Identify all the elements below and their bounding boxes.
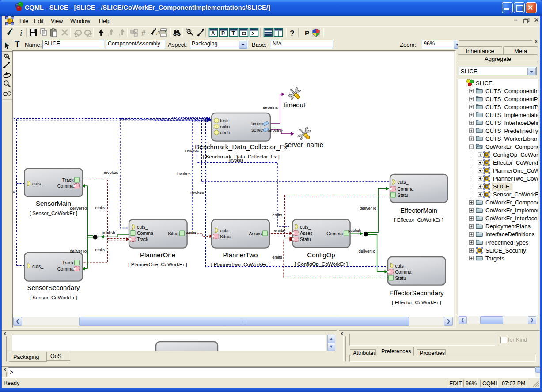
svg-text:T: T <box>232 30 235 37</box>
svg-text:SLICE: SLICE <box>493 183 510 190</box>
svg-text:Comma: Comma <box>398 186 414 192</box>
svg-text:timeout: timeout <box>284 101 306 109</box>
svg-text:testi: testi <box>220 118 228 123</box>
svg-text:CoWorkEr_InterfaceDefinitions: CoWorkEr_InterfaceDefinitions <box>485 215 538 222</box>
svg-text:EffectorMain: EffectorMain <box>400 207 437 214</box>
svg-text:Track: Track <box>137 237 149 242</box>
svg-text:Benchmark_Data_Collector_Ex: Benchmark_Data_Collector_Ex <box>195 143 288 151</box>
svg-text:cuts_: cuts_ <box>137 224 148 230</box>
svg-text:emits: emits <box>95 205 105 210</box>
svg-text:CUTS_PredefinedTypes: CUTS_PredefinedTypes <box>485 128 538 134</box>
svg-text:deliverTo: deliverTo <box>358 249 375 253</box>
svg-text:Comma: Comma <box>137 230 153 236</box>
svg-text:CoWorkEr_ComponentImplementati: CoWorkEr_ComponentImplementations <box>485 143 538 150</box>
svg-text:Statu: Statu <box>300 237 311 242</box>
svg-text:emits: emits <box>272 255 282 260</box>
svg-text:CUTS_ComponentPackages: CUTS_ComponentPackages <box>485 96 538 102</box>
svg-text:[ Sensor_CoWorkEr ]: [ Sensor_CoWorkEr ] <box>30 211 77 216</box>
svg-text:1: 1 <box>118 33 121 37</box>
svg-text:Track: Track <box>62 260 74 265</box>
svg-text:?: ? <box>290 29 294 38</box>
svg-text:Targets: Targets <box>485 255 504 262</box>
svg-text:invokes: invokes <box>176 171 190 176</box>
svg-text:ConfigOp: ConfigOp <box>307 251 335 259</box>
svg-text:emits: emits <box>272 212 282 217</box>
svg-text:Statu: Statu <box>395 275 406 281</box>
svg-text:PredefinedTypes: PredefinedTypes <box>485 239 529 246</box>
svg-text:publish: publish <box>102 230 115 235</box>
svg-text:Sensor_CoWorkEr: Sensor_CoWorkEr <box>493 191 538 198</box>
svg-text:Comma: Comma <box>326 231 343 236</box>
svg-text:CUTS_ImplementationArtifacts: CUTS_ImplementationArtifacts <box>485 112 538 118</box>
svg-text:server_name: server_name <box>284 141 323 148</box>
svg-text:deliverTo: deliverTo <box>70 206 87 211</box>
svg-text:Situa: Situa <box>220 234 231 239</box>
svg-text:CoWorkEr_ComponentPackages: CoWorkEr_ComponentPackages <box>485 199 538 206</box>
svg-text:cuts_: cuts_ <box>32 181 43 186</box>
svg-text:Comma: Comma <box>57 183 74 188</box>
svg-text:SensorSecondary: SensorSecondary <box>27 284 80 291</box>
svg-text:[ Effector_CoWorkEr ]: [ Effector_CoWorkEr ] <box>392 300 441 305</box>
svg-text:CUTS_InterfaceDefinitions: CUTS_InterfaceDefinitions <box>485 120 538 126</box>
svg-text:Track: Track <box>62 177 74 183</box>
svg-text:A: A <box>211 30 215 37</box>
svg-text:Statu: Statu <box>398 192 409 198</box>
svg-text:Asses: Asses <box>300 230 313 236</box>
svg-text:EffectorSecondary: EffectorSecondary <box>389 289 444 297</box>
svg-text:onlin: onlin <box>220 124 230 129</box>
svg-text:publish: publish <box>348 228 361 233</box>
svg-text:invokes: invokes <box>104 170 118 175</box>
svg-text:CUTS_ComponentImplementations: CUTS_ComponentImplementations <box>485 88 538 94</box>
svg-text:attValue: attValue <box>263 106 278 110</box>
svg-text:i: i <box>20 28 22 38</box>
svg-text:cuts_: cuts_ <box>398 179 409 185</box>
svg-text:serve: serve <box>251 127 263 132</box>
svg-text:[ ConfigOp_CoWorkEr ]: [ ConfigOp_CoWorkEr ] <box>295 261 348 267</box>
svg-text:[ PlannerTwo_CoWorkEr ]: [ PlannerTwo_CoWorkEr ] <box>211 262 270 267</box>
svg-text:Situa: Situa <box>168 231 178 236</box>
svg-text:cuts_: cuts_ <box>395 263 406 268</box>
svg-text:invokes: invokes <box>185 148 199 153</box>
svg-text:CUTS_ComponentTypes: CUTS_ComponentTypes <box>485 104 538 110</box>
svg-text:emits: emits <box>95 247 105 252</box>
svg-text:cuts_: cuts_ <box>300 224 311 230</box>
svg-text:cuts_: cuts_ <box>32 264 43 269</box>
svg-text:cuts_: cuts_ <box>220 228 231 233</box>
svg-text:T: T <box>107 33 110 37</box>
svg-text:[ Effector_CoWorkEr ]: [ Effector_CoWorkEr ] <box>394 217 443 222</box>
svg-text:#: # <box>141 29 146 38</box>
svg-text:emits: emits <box>186 230 197 235</box>
svg-text:DeploymentPlans: DeploymentPlans <box>485 223 531 230</box>
svg-text:[ PlannerOne_CoWorkEr ]: [ PlannerOne_CoWorkEr ] <box>128 262 187 267</box>
svg-text:SLICE: SLICE <box>476 80 493 87</box>
svg-text:P: P <box>221 30 225 37</box>
svg-text:SensorMain: SensorMain <box>36 200 71 207</box>
svg-text:invokes: invokes <box>190 190 204 195</box>
svg-text:PlannerTwo_CoWorkEr: PlannerTwo_CoWorkEr <box>493 175 538 182</box>
svg-text:invokes: invokes <box>229 158 243 162</box>
svg-text:SLICE_Security: SLICE_Security <box>485 247 526 254</box>
svg-text:emits: emits <box>274 228 284 233</box>
svg-text:PlannerOne: PlannerOne <box>140 251 175 259</box>
svg-text:Asses: Asses <box>249 231 262 236</box>
svg-text:ConfigOp_CoWorkEr: ConfigOp_CoWorkEr <box>493 151 538 158</box>
svg-text:CUTS_WorkerLibraries: CUTS_WorkerLibraries <box>485 136 538 142</box>
svg-text:PlannerTwo: PlannerTwo <box>223 251 258 259</box>
svg-text:CoWorkEr_ImplementationArtifac: CoWorkEr_ImplementationArtifacts <box>485 207 538 214</box>
svg-text:Comma: Comma <box>57 266 74 271</box>
svg-text:attValue: attValue <box>268 128 283 133</box>
svg-text:InterfaceDefinitions: InterfaceDefinitions <box>485 231 535 237</box>
svg-text:[ Sensor_CoWorkEr ]: [ Sensor_CoWorkEr ] <box>30 295 77 300</box>
svg-text:deliverTo: deliverTo <box>70 249 87 253</box>
svg-text:Comma: Comma <box>395 269 412 275</box>
svg-text:PlannerOne_CoWorkEr: PlannerOne_CoWorkEr <box>493 167 538 174</box>
svg-text:timeo: timeo <box>251 121 263 126</box>
svg-text:Effector_CoWorkEr: Effector_CoWorkEr <box>493 159 538 166</box>
svg-text:P: P <box>305 29 309 37</box>
svg-text:contr: contr <box>220 130 231 135</box>
svg-text:deliverTo: deliverTo <box>360 206 376 211</box>
svg-text:invokes: invokes <box>13 189 15 194</box>
